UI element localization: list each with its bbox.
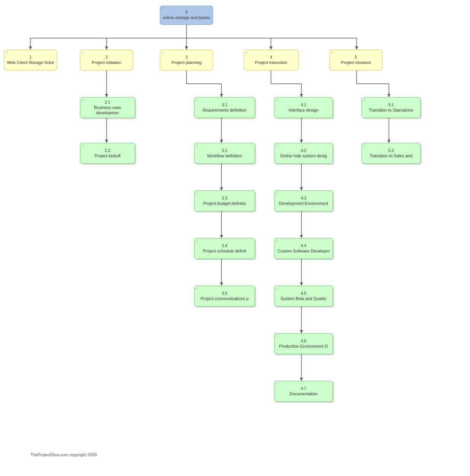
node-1-number: 1 (29, 55, 32, 60)
svg-marker-35 (105, 140, 108, 143)
node-41-number: 4.1 (301, 102, 306, 107)
node-22-label: Project kickoff (94, 153, 120, 158)
svg-marker-34 (105, 94, 108, 97)
node-root-number: 0 (185, 10, 188, 15)
node-1-label: Web Client Storage Solut (7, 60, 54, 65)
node-4-number: 4 (270, 55, 272, 60)
svg-marker-31 (185, 46, 188, 50)
node-42-label: Online help system desig (280, 153, 327, 158)
node-46[interactable]: 4.6 Production Environment D (274, 333, 333, 354)
node-21-number: 2.1 (105, 100, 110, 105)
node-34-label: Project schedule definit (203, 248, 246, 254)
node-2-number: 2 (105, 55, 108, 60)
node-52[interactable]: 5.2 Transition to Sales and (362, 143, 421, 164)
node-5-number: 5 (355, 55, 357, 60)
svg-marker-49 (387, 140, 390, 143)
node-4[interactable]: 4 Project execution (244, 50, 299, 70)
node-31-number: 3.1 (222, 102, 227, 107)
svg-marker-48 (387, 94, 390, 97)
svg-marker-33 (355, 46, 358, 50)
node-35-label: Project communications p (201, 296, 249, 301)
svg-marker-38 (220, 187, 223, 190)
svg-marker-44 (300, 235, 303, 238)
node-3-label: Project planning (172, 60, 202, 65)
svg-marker-40 (220, 283, 223, 286)
node-34[interactable]: 3.4 Project schedule definit (194, 238, 255, 259)
node-44[interactable]: 4.4 Custom Software Developm (274, 238, 333, 259)
node-44-number: 4.4 (301, 243, 306, 248)
node-41[interactable]: 4.1 Interface design (274, 97, 333, 118)
node-4-label: Project execution (255, 60, 287, 65)
node-35[interactable]: 3.5 Project communications p (194, 286, 255, 307)
node-2-label: Project initiation (92, 60, 121, 65)
svg-marker-45 (300, 283, 303, 286)
node-42[interactable]: 4.2 Online help system desig (274, 143, 333, 164)
node-51-number: 5.1 (389, 102, 394, 107)
node-41-label: Interface design (288, 107, 318, 113)
node-5[interactable]: 5 Project closeout (329, 50, 382, 70)
node-31[interactable]: 3.1 Requirements definition (194, 97, 255, 118)
node-21-label: Business case developmen (83, 105, 132, 116)
node-47-label: Documentation (290, 391, 318, 396)
node-33[interactable]: 3.3 Project budget definitio (194, 190, 255, 211)
node-45-number: 4.5 (301, 291, 306, 296)
node-3[interactable]: 3 Project planning (160, 50, 213, 70)
svg-marker-29 (29, 46, 32, 50)
svg-marker-32 (269, 46, 272, 50)
node-52-number: 5.2 (389, 148, 394, 153)
svg-marker-41 (300, 94, 303, 97)
node-42-number: 4.2 (301, 148, 306, 153)
svg-marker-37 (220, 140, 223, 143)
node-51[interactable]: 5.1 Transition to Operations (362, 97, 421, 118)
node-45[interactable]: 4.5 System Beta and Quality (274, 286, 333, 307)
node-22-number: 2.2 (105, 148, 110, 153)
node-44-label: Custom Software Developm (277, 248, 330, 254)
svg-marker-36 (220, 94, 223, 97)
svg-marker-43 (300, 187, 303, 190)
node-root[interactable]: 0 online-storage-and-backu (160, 6, 213, 25)
svg-marker-47 (300, 378, 303, 381)
node-22[interactable]: 2.2 Project kickoff (80, 143, 135, 164)
node-2[interactable]: 2 Project initiation (80, 50, 133, 70)
copyright-text: TheProjectDiva.com copyright 2009 (30, 452, 97, 457)
node-35-number: 3.5 (222, 291, 227, 296)
node-1[interactable]: 1 Web Client Storage Solut (4, 50, 57, 70)
node-45-label: System Beta and Quality (280, 296, 327, 301)
node-46-label: Production Environment D (279, 343, 328, 349)
node-33-label: Project budget definitio (203, 201, 246, 206)
node-5-label: Project closeout (341, 60, 371, 65)
svg-marker-30 (105, 46, 108, 50)
node-21[interactable]: 2.1 Business case developmen (80, 97, 135, 118)
node-32[interactable]: 3.2 Workflow definition (194, 143, 255, 164)
svg-marker-46 (300, 330, 303, 333)
node-47[interactable]: 4.7 Documentation (274, 381, 333, 402)
node-47-number: 4.7 (301, 386, 306, 391)
node-43[interactable]: 4.3 Development Environment (274, 190, 333, 211)
node-51-label: Transition to Operations (369, 107, 413, 113)
svg-marker-39 (220, 235, 223, 238)
node-43-number: 4.3 (301, 196, 306, 201)
connector-lines (0, 0, 470, 465)
node-34-number: 3.4 (222, 243, 227, 248)
node-root-label: online-storage-and-backu (163, 15, 210, 20)
node-32-label: Workflow definition (207, 153, 242, 158)
svg-marker-42 (300, 140, 303, 143)
node-52-label: Transition to Sales and (370, 153, 412, 158)
node-32-number: 3.2 (222, 148, 227, 153)
node-3-number: 3 (185, 55, 188, 60)
node-33-number: 3.3 (222, 196, 227, 201)
node-43-label: Development Environment (279, 201, 328, 206)
node-31-label: Requirements definition (202, 107, 247, 113)
node-46-number: 4.6 (301, 339, 306, 343)
diagram-container: 0 online-storage-and-backu 1 Web Client … (0, 0, 470, 465)
